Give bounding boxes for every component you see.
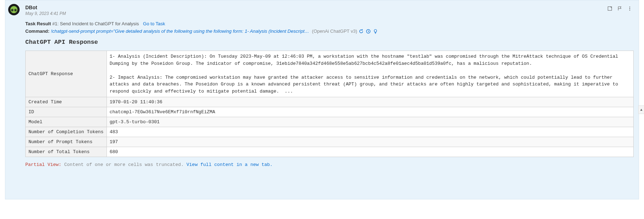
- row-key: Number of Completion Tokens: [26, 127, 107, 137]
- svg-point-2: [629, 8, 630, 9]
- response-table: ChatGPT Response 1- Analysis (Incident D…: [25, 51, 634, 157]
- task-result-row: Task Result #1: Send Incident to ChatGPT…: [25, 21, 634, 26]
- row-value: 197: [107, 137, 633, 147]
- table-row: ID chatcmpl-7EGw36i7Nve6EMxf7i0rnfNgEiZM…: [26, 107, 634, 117]
- svg-point-3: [629, 10, 630, 10]
- row-key: Created Time: [26, 97, 107, 107]
- row-key: ChatGPT Response: [26, 51, 107, 97]
- task-name: Send Incident to ChatGPT for Analysis: [60, 21, 139, 26]
- partial-view-notice: Partial View: Content of one or more cel…: [25, 162, 634, 167]
- row-key: Number of Total Tokens: [26, 147, 107, 157]
- command-label: Command:: [25, 28, 50, 34]
- row-key: Number of Prompt Tokens: [26, 137, 107, 147]
- go-to-task-link[interactable]: Go to Task: [143, 21, 165, 26]
- table-row: Model gpt-3.5-turbo-0301: [26, 117, 634, 127]
- svg-point-1: [629, 6, 630, 7]
- command-row: Command: !chatgpt-send-prompt prompt="Gi…: [25, 28, 634, 34]
- task-number: #1:: [52, 21, 59, 26]
- table-row: Number of Prompt Tokens 197: [26, 137, 634, 147]
- clock-icon[interactable]: [366, 29, 371, 34]
- scroll-up-arrow[interactable]: ▲: [638, 105, 644, 114]
- war-room-entry: ◉◉ DBot May 9, 2023 4:41 PM Task Result …: [5, 0, 639, 199]
- row-value: gpt-3.5-turbo-0301: [107, 117, 633, 127]
- more-icon[interactable]: [627, 6, 632, 11]
- table-row: ChatGPT Response 1- Analysis (Incident D…: [26, 51, 634, 97]
- row-value: chatcmpl-7EGw36i7Nve6EMxf7i0rnfNgEiZMA: [107, 107, 633, 117]
- partial-view-message: Content of one or more cells was truncat…: [64, 162, 183, 167]
- entry-action-icons: [607, 6, 632, 11]
- response-section-title: ChatGPT API Response: [25, 39, 634, 46]
- table-row: Created Time 1970-01-20 11:40:36: [26, 97, 634, 107]
- row-key: ID: [26, 107, 107, 117]
- entry-header: DBot May 9, 2023 4:41 PM: [25, 5, 634, 16]
- rerun-icon[interactable]: [359, 29, 364, 34]
- author-name: DBot: [25, 5, 66, 10]
- view-full-content-link[interactable]: View full content in a new tab.: [187, 162, 273, 167]
- row-value: 483: [107, 127, 633, 137]
- entry-timestamp: May 9, 2023 4:41 PM: [25, 11, 66, 16]
- avatar: ◉◉: [8, 4, 20, 15]
- command-source: (OpenAi ChatGPT v3): [312, 28, 357, 34]
- task-result-label: Task Result: [25, 21, 51, 26]
- command-text: !chatgpt-send-prompt prompt="Give detail…: [51, 28, 309, 34]
- lightbulb-icon[interactable]: [373, 29, 378, 34]
- row-key: Model: [26, 117, 107, 127]
- flag-icon[interactable]: [617, 6, 622, 11]
- row-value: 680: [107, 147, 633, 157]
- row-value: 1970-01-20 11:40:36: [107, 97, 633, 107]
- table-row: Number of Total Tokens 680: [26, 147, 634, 157]
- note-icon[interactable]: [607, 6, 612, 11]
- partial-view-label: Partial View:: [25, 162, 61, 167]
- row-value: 1- Analysis (Incident Description): On T…: [107, 51, 633, 97]
- table-row: Number of Completion Tokens 483: [26, 127, 634, 137]
- dbot-icon: ◉◉: [10, 6, 18, 14]
